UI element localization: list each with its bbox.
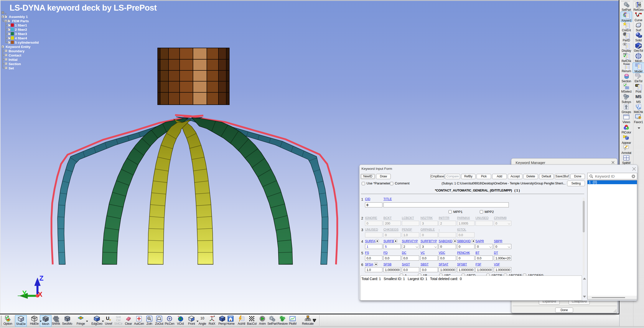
svg-text:Shft: Shft bbox=[116, 316, 121, 319]
svg-text:M5: M5 bbox=[635, 94, 641, 99]
svg-text:10: 10 bbox=[200, 316, 204, 320]
svg-text:Ctrl: Ctrl bbox=[116, 319, 120, 322]
svg-text:Y: Y bbox=[22, 289, 27, 297]
svg-text:X: X bbox=[38, 291, 42, 298]
svg-text:x: x bbox=[214, 315, 215, 317]
svg-text:U: U bbox=[106, 316, 109, 321]
svg-text:Z: Z bbox=[39, 275, 44, 282]
